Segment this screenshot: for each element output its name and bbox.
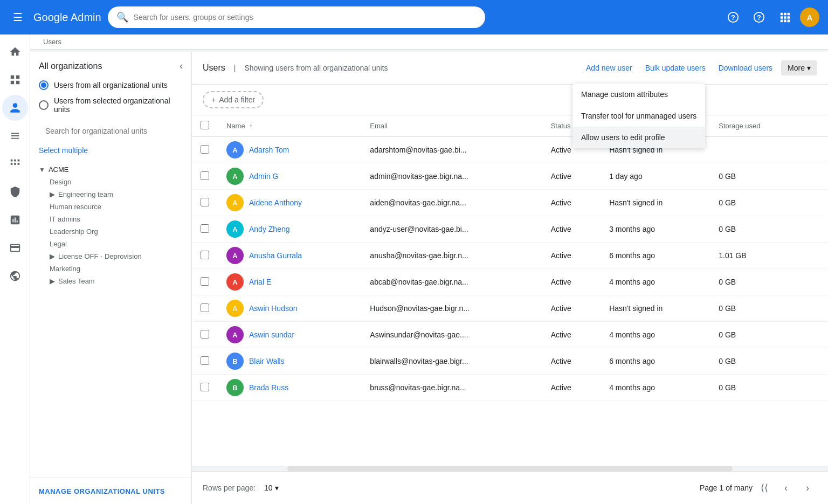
row-storage-cell: 1.01 GB bbox=[710, 243, 801, 269]
next-page-button[interactable]: › bbox=[798, 478, 817, 498]
sidebar-item-home[interactable] bbox=[2, 39, 28, 65]
apps-grid-icon[interactable] bbox=[774, 6, 796, 28]
row-checkbox-cell bbox=[192, 137, 218, 163]
dropdown-item-allow-edit[interactable]: Allow users to edit profile bbox=[572, 127, 705, 148]
row-checkbox-cell bbox=[192, 243, 218, 269]
org-item-engineering[interactable]: ▶ Engineering team bbox=[39, 188, 183, 201]
manage-org-button[interactable]: MANAGE ORGANIZATIONAL UNITS bbox=[39, 487, 165, 495]
row-checkbox-7[interactable] bbox=[201, 330, 209, 339]
org-root-acme[interactable]: ▼ ACME bbox=[39, 163, 183, 176]
support-icon[interactable]: ? bbox=[722, 6, 744, 28]
row-checkbox-5[interactable] bbox=[201, 277, 209, 286]
sidebar-item-groups[interactable] bbox=[2, 123, 28, 149]
row-name-cell: A Aswin sundar bbox=[218, 322, 361, 348]
row-action-cell bbox=[801, 163, 828, 190]
org-item-human-resource[interactable]: Human resource bbox=[39, 201, 183, 213]
table-row: A Arial E abcab@novitas-gae.bigr.na... A… bbox=[192, 269, 828, 295]
row-checkbox-6[interactable] bbox=[201, 303, 209, 312]
page-text: Page 1 of many bbox=[700, 484, 753, 492]
first-page-button[interactable]: ⟨⟨ bbox=[755, 478, 774, 498]
radio-outer-unselected bbox=[39, 100, 49, 110]
sidebar-item-reports[interactable] bbox=[2, 207, 28, 233]
download-users-link[interactable]: Download users bbox=[714, 60, 777, 75]
rows-per-page: Rows per page: 10 ▾ bbox=[203, 481, 283, 494]
select-all-checkbox[interactable] bbox=[201, 121, 209, 129]
row-checkbox-cell bbox=[192, 348, 218, 375]
row-checkbox-cell bbox=[192, 190, 218, 216]
user-avatar[interactable]: A bbox=[800, 8, 819, 27]
row-checkbox-2[interactable] bbox=[201, 198, 209, 206]
user-name-link-4[interactable]: Anusha Gurrala bbox=[249, 251, 302, 260]
right-panel: Users | Showing users from all organizat… bbox=[192, 52, 828, 504]
search-input[interactable] bbox=[134, 13, 477, 22]
row-checkbox-9[interactable] bbox=[201, 383, 209, 391]
add-filter-button[interactable]: + Add a filter bbox=[203, 91, 264, 108]
svg-rect-19 bbox=[17, 160, 19, 162]
user-name-link-2[interactable]: Aidene Anthony bbox=[249, 198, 302, 207]
radio-all-org-units[interactable]: Users from all organizational units bbox=[39, 80, 183, 90]
row-name-cell: A Andy Zheng bbox=[218, 216, 361, 243]
row-action-cell bbox=[801, 375, 828, 401]
row-action-cell bbox=[801, 216, 828, 243]
all-organizations-title: All organizations bbox=[39, 61, 102, 71]
user-name-link-9[interactable]: Brada Russ bbox=[249, 383, 288, 392]
radio-selected-org-units[interactable]: Users from selected organizational units bbox=[39, 96, 183, 114]
add-new-user-link[interactable]: Add new user bbox=[582, 60, 637, 75]
row-action-cell bbox=[801, 348, 828, 375]
org-item-legal[interactable]: Legal bbox=[39, 238, 183, 250]
org-item-it-admins[interactable]: IT admins bbox=[39, 213, 183, 225]
sidebar-item-domains[interactable] bbox=[2, 263, 28, 289]
user-name-link-3[interactable]: Andy Zheng bbox=[249, 225, 290, 233]
user-name-link-0[interactable]: Adarsh Tom bbox=[249, 146, 289, 154]
row-status-cell: Active bbox=[542, 348, 601, 375]
search-bar[interactable]: 🔍 bbox=[108, 6, 485, 28]
menu-icon[interactable]: ☰ bbox=[9, 6, 27, 28]
svg-rect-22 bbox=[17, 163, 19, 165]
col-name[interactable]: Name ↑ bbox=[218, 115, 361, 137]
row-last-signed-cell: 3 months ago bbox=[601, 216, 710, 243]
row-checkbox-8[interactable] bbox=[201, 356, 209, 365]
row-action-cell bbox=[801, 137, 828, 163]
sidebar-item-users[interactable] bbox=[2, 95, 28, 121]
rows-per-page-select[interactable]: 10 ▾ bbox=[260, 481, 283, 494]
row-checkbox-3[interactable] bbox=[201, 224, 209, 233]
user-name-link-5[interactable]: Arial E bbox=[249, 278, 271, 286]
collapse-button[interactable]: ‹ bbox=[180, 60, 183, 72]
sidebar-item-dashboard[interactable] bbox=[2, 67, 28, 93]
radio-selected-label: Users from selected organizational units bbox=[54, 96, 183, 114]
org-item-design[interactable]: Design bbox=[39, 176, 183, 188]
select-multiple-link[interactable]: Select multiple bbox=[30, 144, 191, 157]
org-item-marketing[interactable]: Marketing bbox=[39, 263, 183, 275]
logo-text: Google Admin bbox=[33, 11, 101, 24]
row-checkbox-0[interactable] bbox=[201, 145, 209, 154]
org-item-leadership[interactable]: Leadership Org bbox=[39, 225, 183, 238]
org-search-input[interactable] bbox=[39, 122, 183, 140]
more-button[interactable]: More ▾ bbox=[781, 60, 817, 75]
row-email-cell: Hudson@novitas-gae.bigr.n... bbox=[361, 295, 542, 322]
dropdown-item-manage-custom[interactable]: Manage custom attributes bbox=[572, 84, 705, 105]
org-item-sales-team[interactable]: ▶ Sales Team bbox=[39, 275, 183, 287]
license-caret-icon: ▶ bbox=[50, 252, 55, 260]
row-storage-cell: 0 GB bbox=[710, 216, 801, 243]
org-item-license-off[interactable]: ▶ License OFF - Deprovision bbox=[39, 250, 183, 263]
svg-text:?: ? bbox=[731, 13, 735, 22]
dropdown-item-transfer-tool[interactable]: Transfer tool for unmanaged users bbox=[572, 105, 705, 127]
prev-page-button[interactable]: ‹ bbox=[776, 478, 796, 498]
rows-per-page-label: Rows per page: bbox=[203, 484, 256, 492]
bulk-update-users-link[interactable]: Bulk update users bbox=[641, 60, 710, 75]
horizontal-scrollbar[interactable] bbox=[192, 466, 828, 471]
top-nav: ☰ Google Admin 🔍 ? ? A bbox=[0, 0, 828, 34]
row-checkbox-4[interactable] bbox=[201, 251, 209, 259]
user-name-link-7[interactable]: Aswin sundar bbox=[249, 330, 294, 339]
row-last-signed-cell: 4 months ago bbox=[601, 375, 710, 401]
user-name-link-8[interactable]: Blair Walls bbox=[249, 357, 285, 365]
help-icon[interactable]: ? bbox=[748, 6, 770, 28]
user-name-link-1[interactable]: Admin G bbox=[249, 172, 278, 181]
sidebar-item-billing[interactable] bbox=[2, 235, 28, 261]
sidebar-item-security[interactable] bbox=[2, 179, 28, 205]
row-last-signed-cell: 6 months ago bbox=[601, 348, 710, 375]
row-checkbox-1[interactable] bbox=[201, 171, 209, 180]
sidebar-item-apps[interactable] bbox=[2, 151, 28, 177]
row-status-cell: Active bbox=[542, 269, 601, 295]
user-name-link-6[interactable]: Aswin Hudson bbox=[249, 304, 298, 313]
